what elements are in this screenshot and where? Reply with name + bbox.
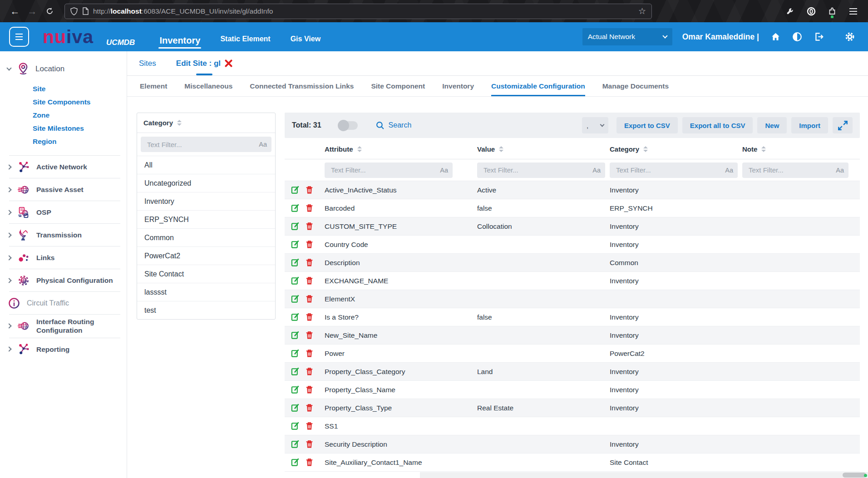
- delete-row-button[interactable]: [305, 349, 314, 358]
- table-row[interactable]: ElementX: [285, 290, 860, 308]
- subtab[interactable]: Customizable Configuration: [491, 76, 585, 96]
- settings-button[interactable]: [844, 31, 855, 42]
- sidebar-item[interactable]: Site Milestones: [33, 122, 127, 135]
- case-sensitive-toggle[interactable]: Aa: [440, 167, 448, 174]
- edit-row-button[interactable]: [291, 458, 300, 467]
- edit-row-button[interactable]: [291, 258, 300, 267]
- category-item[interactable]: All: [137, 156, 275, 174]
- edit-row-button[interactable]: [291, 222, 300, 231]
- sidebar-group[interactable]: OSP: [7, 201, 127, 223]
- contrast-button[interactable]: [792, 31, 803, 42]
- subtab[interactable]: Manage Documents: [602, 76, 669, 96]
- logout-button[interactable]: [814, 31, 824, 42]
- sort-icon[interactable]: [499, 146, 503, 152]
- sidebar-group[interactable]: Circuit Traffic: [7, 292, 127, 314]
- edit-row-button[interactable]: [291, 276, 300, 285]
- edit-row-button[interactable]: [291, 313, 300, 321]
- sidebar-item[interactable]: Zone: [33, 108, 127, 122]
- category-item[interactable]: lasssst: [137, 283, 275, 301]
- sort-icon[interactable]: [643, 146, 648, 152]
- edit-row-button[interactable]: [291, 385, 300, 394]
- delete-row-button[interactable]: [305, 240, 314, 249]
- expand-button[interactable]: [833, 117, 853, 133]
- delete-row-button[interactable]: [305, 186, 314, 194]
- table-row[interactable]: Is a Store? false Inventory: [285, 308, 860, 326]
- sidebar-group-location[interactable]: Location: [7, 62, 127, 76]
- browser-forward-button[interactable]: →: [24, 4, 41, 19]
- table-row[interactable]: Property_Class_Name Inventory: [285, 381, 860, 399]
- edit-row-button[interactable]: [291, 295, 300, 303]
- attribute-filter-input[interactable]: [325, 163, 453, 178]
- sort-icon[interactable]: [177, 120, 182, 126]
- delete-row-button[interactable]: [305, 295, 314, 303]
- delete-row-button[interactable]: [305, 313, 314, 321]
- case-sensitive-toggle[interactable]: Aa: [259, 141, 267, 148]
- delete-row-button[interactable]: [305, 404, 314, 412]
- bookmark-star-icon[interactable]: ☆: [638, 6, 646, 16]
- search-button[interactable]: Search: [376, 121, 412, 130]
- delete-row-button[interactable]: [305, 422, 314, 430]
- sidebar-group[interactable]: Links: [7, 246, 127, 269]
- category-item[interactable]: Inventory: [137, 192, 275, 210]
- edit-row-button[interactable]: [291, 240, 300, 249]
- sidebar-group[interactable]: Transmission: [7, 224, 127, 246]
- header-nav-item[interactable]: Gis View: [290, 35, 321, 51]
- toolbar-button[interactable]: Export all to CSV: [682, 117, 753, 133]
- browser-menu-button[interactable]: [844, 4, 862, 19]
- note-filter-input[interactable]: [742, 163, 848, 178]
- sort-icon[interactable]: [357, 146, 362, 152]
- sidebar-item[interactable]: Site Components: [33, 95, 127, 108]
- category-item[interactable]: test: [137, 301, 275, 319]
- delete-row-button[interactable]: [305, 276, 314, 285]
- table-row[interactable]: SS1: [285, 417, 860, 435]
- horizontal-scrollbar[interactable]: [420, 472, 868, 478]
- close-icon[interactable]: [225, 59, 232, 67]
- delete-row-button[interactable]: [305, 222, 314, 231]
- toolbar-button[interactable]: Import: [791, 117, 828, 133]
- table-row[interactable]: New_Site_Name Inventory: [285, 326, 860, 345]
- subtab[interactable]: Inventory: [442, 76, 474, 96]
- table-row[interactable]: Active_InActive_Status Active Inventory: [285, 181, 860, 199]
- table-row[interactable]: Site_Auxiliary_Contact1_Name Site Contac…: [285, 453, 860, 472]
- sidebar-group[interactable]: Reporting: [7, 338, 127, 360]
- browser-tools-button[interactable]: [782, 4, 799, 19]
- category-item[interactable]: Uncategorized: [137, 174, 275, 192]
- delete-row-button[interactable]: [305, 367, 314, 376]
- delete-row-button[interactable]: [305, 331, 314, 340]
- subtab[interactable]: Element: [140, 76, 167, 96]
- subtab[interactable]: Miscellaneous: [184, 76, 232, 96]
- delete-row-button[interactable]: [305, 385, 314, 394]
- category-item[interactable]: Common: [137, 228, 275, 246]
- category-filter-input[interactable]: [141, 137, 271, 152]
- sidebar-group[interactable]: Interface Routing Configuration: [7, 315, 127, 338]
- table-row[interactable]: EXCHANGE_NAME Inventory: [285, 272, 860, 290]
- app-menu-button[interactable]: [9, 27, 29, 47]
- case-sensitive-toggle[interactable]: Aa: [592, 167, 601, 174]
- edit-row-button[interactable]: [291, 204, 300, 212]
- extension-button[interactable]: [824, 4, 841, 19]
- toggle-switch[interactable]: [339, 121, 358, 130]
- edit-row-button[interactable]: [291, 349, 300, 358]
- sidebar-item[interactable]: Site: [33, 82, 127, 95]
- edit-row-button[interactable]: [291, 422, 300, 430]
- home-button[interactable]: [770, 31, 781, 42]
- edit-row-button[interactable]: [291, 404, 300, 412]
- case-sensitive-toggle[interactable]: Aa: [836, 167, 844, 174]
- tab-edit-site[interactable]: Edit Site : gl: [176, 51, 232, 75]
- category-item[interactable]: Site Contact: [137, 265, 275, 283]
- table-row[interactable]: Description Common: [285, 254, 860, 272]
- case-sensitive-toggle[interactable]: Aa: [725, 167, 733, 174]
- table-row[interactable]: Security Description Inventory: [285, 435, 860, 453]
- edit-row-button[interactable]: [291, 186, 300, 194]
- sidebar-group[interactable]: Physical Configuration: [7, 269, 127, 291]
- sidebar-group[interactable]: Active Network: [7, 156, 127, 178]
- table-row[interactable]: Barcoded false ERP_SYNCH: [285, 199, 860, 217]
- table-row[interactable]: Property_Class_Category Land Inventory: [285, 363, 860, 381]
- table-row[interactable]: Power PowerCat2: [285, 345, 860, 363]
- category-filter-input[interactable]: [610, 163, 738, 178]
- sidebar-group[interactable]: Passive Asset: [7, 178, 127, 201]
- delete-row-button[interactable]: [305, 458, 314, 467]
- table-row[interactable]: Country Code Inventory: [285, 236, 860, 254]
- edit-row-button[interactable]: [291, 440, 300, 448]
- header-nav-item[interactable]: Static Element: [219, 35, 271, 51]
